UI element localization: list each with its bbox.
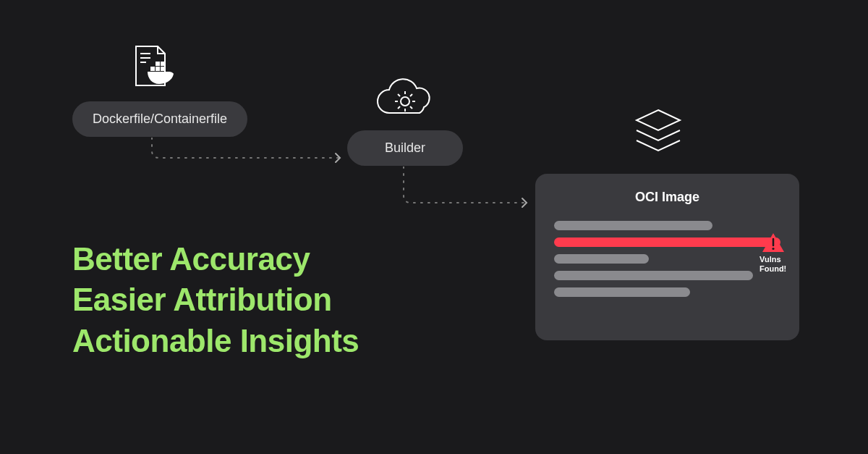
warning-triangle-icon [761,232,786,253]
builder-node: Builder [347,130,463,166]
vuln-badge: Vulns Found! [760,232,786,273]
svg-rect-3 [150,67,155,71]
dockerfile-label: Dockerfile/Containerfile [93,112,227,126]
oci-layer-vulnerable [554,237,780,247]
builder-label: Builder [385,140,425,155]
svg-line-14 [410,94,412,96]
svg-rect-6 [156,62,160,66]
diagram-canvas: Dockerfile/Containerfile Builder [0,0,868,454]
cloud-gear-icon [370,77,440,126]
oci-layer [554,271,753,280]
layers-icon [629,107,687,162]
flow-arrow-1 [145,138,354,167]
svg-line-16 [410,106,412,109]
flow-arrow-2 [396,167,541,224]
oci-layer-list [554,221,780,297]
dockerfile-node: Dockerfile/Containerfile [72,101,247,137]
oci-layer [554,221,712,230]
svg-rect-7 [161,62,165,66]
svg-point-18 [772,248,774,250]
dockerfile-icon [129,42,179,96]
oci-layer [554,254,649,264]
svg-rect-4 [156,67,160,71]
svg-rect-5 [161,67,165,71]
oci-title: OCI Image [554,190,780,205]
headline: Better Accuracy Easier Attribution Actio… [72,239,359,361]
svg-point-8 [401,97,409,106]
headline-line-3: Actionable Insights [72,321,359,361]
svg-line-15 [398,106,400,109]
headline-line-1: Better Accuracy [72,239,359,279]
headline-line-2: Easier Attribution [72,279,359,320]
vuln-label: Vulns Found! [760,255,786,273]
oci-layer [554,287,690,297]
svg-line-13 [398,94,400,96]
